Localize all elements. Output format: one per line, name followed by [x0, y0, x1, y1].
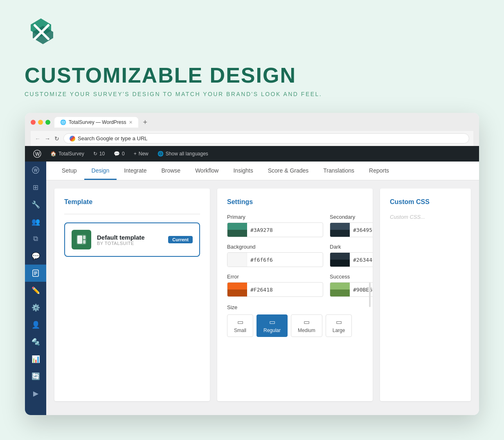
sidebar-item-tools[interactable]: 🔧 — [25, 196, 46, 213]
color-secondary-value[interactable] — [350, 227, 373, 233]
size-regular-label: Regular — [263, 328, 281, 333]
size-options: ▭ Small ▭ Regular ▭ Medium — [227, 314, 363, 337]
new-label: New — [139, 151, 148, 157]
color-primary-input[interactable] — [227, 222, 323, 237]
color-background-swatch — [227, 252, 247, 267]
custom-css-placeholder: Custom CSS... — [390, 214, 461, 220]
tab-bar: 🌐 TotalSurvey — WordPress ✕ + — [54, 117, 151, 128]
nav-item-score-grades[interactable]: Score & Grades — [261, 162, 316, 180]
comments-item[interactable]: 💬 0 — [110, 146, 129, 162]
scrollbar-indicator — [369, 283, 371, 307]
template-card[interactable]: Default template BY TOTALSUITE Current — [64, 222, 200, 257]
nav-item-reports[interactable]: Reports — [362, 162, 396, 180]
minimize-dot[interactable] — [38, 120, 43, 125]
sidebar-item-play[interactable]: ▶ — [25, 385, 46, 402]
size-large-icon: ▭ — [336, 318, 342, 326]
plugin-header: Setup Design Integrate Browse Workflow I… — [46, 162, 479, 180]
size-medium[interactable]: ▭ Medium — [291, 314, 322, 337]
sidebar-item-chart[interactable]: 📊 — [25, 350, 46, 368]
color-background-input[interactable] — [227, 252, 323, 267]
sidebar-item-comments[interactable]: 💬 — [25, 247, 46, 265]
color-success-swatch — [330, 282, 350, 297]
template-info: Default template BY TOTALSUITE — [97, 234, 162, 246]
size-large[interactable]: ▭ Large — [326, 314, 352, 337]
color-error-value[interactable] — [247, 287, 323, 293]
template-thumbnail — [72, 230, 91, 249]
color-error-input[interactable] — [227, 282, 323, 297]
svg-text:W: W — [35, 151, 40, 157]
wp-logo-icon[interactable]: W — [29, 146, 45, 162]
wp-content: W ⊞ 🔧 👥 ⧉ 💬 ✏️ ⚙️ 👤 🔩 📊 🔄 ▶ Setup — [25, 162, 479, 415]
color-secondary-label: Secondary — [330, 214, 373, 220]
template-divider — [64, 214, 200, 214]
nav-item-translations[interactable]: Translations — [316, 162, 362, 180]
sidebar-item-edit[interactable]: ✏️ — [25, 282, 46, 299]
language-icon: 🌐 — [158, 151, 164, 157]
browser-window: 🌐 TotalSurvey — WordPress ✕ + ← → ↻ Sear… — [25, 113, 479, 415]
page-subtitle: CUSTOMIZE YOUR SURVEY'S DESIGN TO MATCH … — [25, 91, 479, 97]
svg-rect-13 — [83, 240, 86, 244]
tab-title: TotalSurvey — WordPress — [69, 119, 126, 125]
tab-close-button[interactable]: ✕ — [129, 120, 133, 125]
sidebar-item-users[interactable]: 👥 — [25, 213, 46, 230]
nav-item-browse[interactable]: Browse — [154, 162, 188, 180]
languages-item[interactable]: 🌐 Show all languages — [153, 146, 212, 162]
updates-item[interactable]: ↻ 10 — [89, 146, 109, 162]
svg-rect-12 — [83, 236, 86, 239]
template-panel-title: Template — [64, 198, 200, 206]
color-background-label: Background — [227, 244, 323, 250]
sidebar-item-wrench[interactable]: 🔩 — [25, 333, 46, 350]
nav-item-integrate[interactable]: Integrate — [117, 162, 154, 180]
new-item[interactable]: + New — [130, 146, 153, 162]
address-bar: ← → ↻ Search Google or type a URL — [31, 131, 473, 146]
svg-rect-11 — [77, 236, 82, 244]
template-panel: Template Default template — [54, 189, 210, 401]
custom-css-panel-title: Custom CSS — [390, 198, 461, 206]
google-icon — [70, 136, 75, 141]
color-secondary-input[interactable] — [330, 222, 373, 237]
nav-item-workflow[interactable]: Workflow — [188, 162, 226, 180]
size-small[interactable]: ▭ Small — [227, 314, 253, 337]
sidebar-item-surveys[interactable] — [25, 265, 46, 282]
size-regular[interactable]: ▭ Regular — [256, 314, 288, 337]
forward-button[interactable]: → — [45, 135, 50, 142]
nav-item-setup[interactable]: Setup — [54, 162, 84, 180]
browser-tab-active[interactable]: 🌐 TotalSurvey — WordPress ✕ — [54, 117, 138, 128]
sidebar-item-person[interactable]: 👤 — [25, 316, 46, 333]
browser-chrome: 🌐 TotalSurvey — WordPress ✕ + ← → ↻ Sear… — [25, 113, 479, 146]
browser-dots — [31, 120, 50, 125]
maximize-dot[interactable] — [45, 120, 50, 125]
sidebar-item-wordpress[interactable]: W — [25, 162, 46, 179]
nav-item-design[interactable]: Design — [84, 162, 117, 180]
close-dot[interactable] — [31, 120, 36, 125]
size-large-label: Large — [333, 328, 345, 333]
color-success-input[interactable] — [330, 282, 373, 297]
color-primary-value[interactable] — [247, 227, 323, 233]
sidebar-item-settings[interactable]: ⚙️ — [25, 299, 46, 316]
logo-area — [25, 16, 479, 51]
color-secondary-swatch — [330, 222, 350, 237]
template-name: Default template — [97, 234, 162, 241]
address-input[interactable]: Search Google or type a URL — [63, 133, 469, 144]
color-background-value[interactable] — [247, 257, 323, 263]
site-name-item[interactable]: 🏠 TotalSurvey — [46, 146, 88, 162]
wp-main: Setup Design Integrate Browse Workflow I… — [46, 162, 479, 415]
color-dark-input[interactable] — [330, 252, 373, 267]
custom-css-panel: Custom CSS Custom CSS... — [380, 189, 471, 401]
color-dark-value[interactable] — [350, 257, 373, 263]
logo-icon — [25, 16, 57, 49]
languages-label: Show all languages — [166, 151, 208, 157]
settings-grid: Primary Secondary — [227, 214, 363, 297]
tab-site-icon: 🌐 — [60, 119, 66, 125]
sidebar-item-dashboard[interactable]: ⊞ — [25, 179, 46, 196]
new-icon: + — [134, 151, 137, 157]
browser-top-bar: 🌐 TotalSurvey — WordPress ✕ + — [31, 117, 473, 128]
new-tab-button[interactable]: + — [140, 118, 151, 127]
settings-panel: Settings Primary — [217, 189, 373, 401]
sidebar-item-pages[interactable]: ⧉ — [25, 230, 46, 247]
back-button[interactable]: ← — [35, 135, 40, 142]
sidebar-item-translate[interactable]: 🔄 — [25, 368, 46, 385]
nav-item-insights[interactable]: Insights — [226, 162, 260, 180]
reload-button[interactable]: ↻ — [54, 135, 59, 142]
color-background-group: Background — [227, 244, 323, 267]
